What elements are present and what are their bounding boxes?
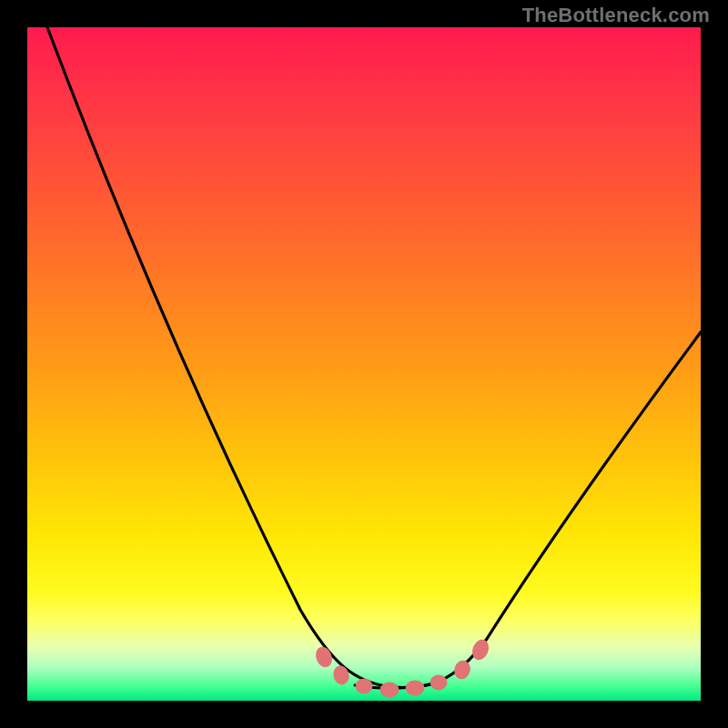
marker-dot	[406, 681, 424, 695]
marker-dot	[314, 645, 335, 669]
marker-dot	[356, 679, 372, 693]
bottleneck-curve	[47, 27, 701, 688]
marker-dot	[332, 664, 351, 685]
marker-dot	[430, 675, 447, 690]
marker-dot	[452, 659, 471, 681]
chart-svg	[27, 27, 701, 701]
watermark-text: TheBottleneck.com	[522, 4, 710, 27]
chart-frame: TheBottleneck.com	[0, 0, 728, 728]
marker-dot	[470, 638, 490, 662]
marker-dot	[380, 682, 399, 697]
